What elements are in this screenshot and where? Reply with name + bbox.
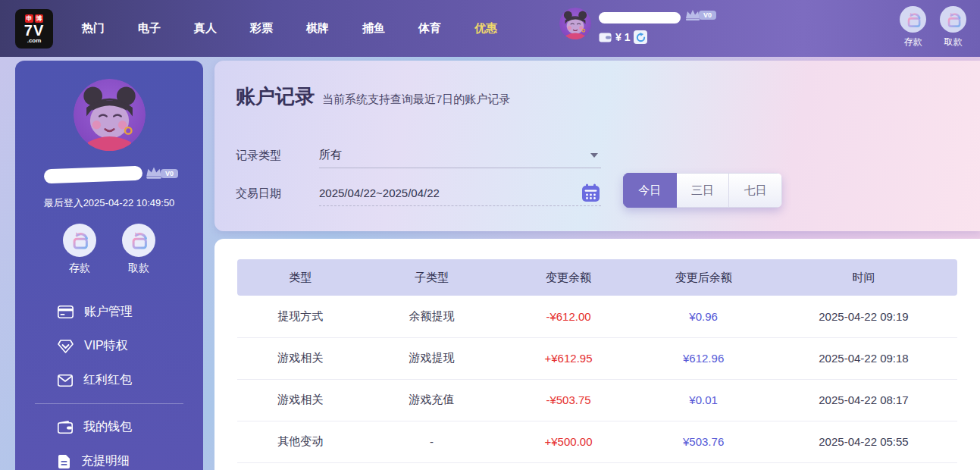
sidebar-item-deposit-withdraw-details[interactable]: 充提明细 <box>15 444 203 470</box>
user-avatar[interactable] <box>559 8 591 39</box>
menu-label: 充提明细 <box>81 453 130 469</box>
refresh-balance-button[interactable] <box>634 30 647 44</box>
cell-time: 2025-04-22 08:17 <box>770 379 957 421</box>
cell-type: 游戏相关 <box>237 337 363 379</box>
top-nav-bar: 申 博 7V .com 热门 电子 真人 彩票 棋牌 捕鱼 体育 优惠 V0 <box>0 0 980 57</box>
range-button-3days[interactable]: 三日 <box>677 173 730 208</box>
date-range-row: 交易日期 2025/04/22~2025/04/22 <box>236 180 601 206</box>
sidebar-user-row: V0 <box>33 164 185 184</box>
nav-item-cards[interactable]: 棋牌 <box>306 21 329 36</box>
records-table-panel: 类型 子类型 变更余额 变更后余额 时间 提现方式 余额提现 -¥612.00 … <box>214 239 980 470</box>
deposit-button-top[interactable]: 存款 <box>900 6 926 49</box>
date-range-value: 2025/04/22~2025/04/22 <box>319 186 440 199</box>
nav-item-sports[interactable]: 体育 <box>418 21 441 36</box>
sidebar-menu: 账户管理 VIP特权 红利红包 <box>15 295 203 470</box>
col-header-time: 时间 <box>770 259 957 296</box>
record-type-label: 记录类型 <box>236 149 319 163</box>
sidebar-item-bonus-redpacket[interactable]: 红利红包 <box>15 363 203 397</box>
col-header-type: 类型 <box>237 259 363 296</box>
deposit-button-sidebar[interactable]: 存款 <box>63 224 96 275</box>
col-header-change: 变更余额 <box>500 259 637 296</box>
username-redacted <box>599 12 681 24</box>
username-redacted <box>44 166 143 184</box>
withdraw-button-sidebar[interactable]: 取款 <box>122 224 155 275</box>
avatar-image <box>559 8 591 39</box>
nav-item-live[interactable]: 真人 <box>194 21 217 36</box>
balance-amount: ¥ 1 <box>615 31 630 43</box>
sidebar-item-account-management[interactable]: 账户管理 <box>15 295 203 329</box>
date-range-input[interactable]: 2025/04/22~2025/04/22 <box>319 180 601 206</box>
deposit-label: 存款 <box>904 36 922 49</box>
col-header-balance-after: 变更后余额 <box>637 259 770 296</box>
cell-change-amount: +¥500.00 <box>500 421 637 462</box>
account-records-panel: 账户记录 当前系统支持查询最近7日的账户记录 记录类型 所有 交易日期 2025… <box>214 61 980 231</box>
logo-badge-text: 博 <box>35 14 43 23</box>
wallet-icon <box>599 33 612 42</box>
cell-balance-after: ¥503.76 <box>637 421 770 462</box>
cell-change-amount: -¥612.00 <box>500 296 637 337</box>
title-row: 账户记录 当前系统支持查询最近7日的账户记录 <box>214 61 980 110</box>
vip-level: V0 <box>144 164 178 180</box>
table-row: 游戏相关 游戏提现 +¥612.95 ¥612.96 2025-04-22 09… <box>237 337 957 379</box>
menu-label: 红利红包 <box>83 372 132 388</box>
logo-badges: 申 博 <box>25 14 43 23</box>
deposit-icon <box>903 11 923 29</box>
cell-type: 游戏相关 <box>237 379 363 421</box>
site-logo[interactable]: 申 博 7V .com <box>15 9 53 49</box>
records-table: 类型 子类型 变更余额 变更后余额 时间 提现方式 余额提现 -¥612.00 … <box>237 259 957 463</box>
sidebar-item-vip-privileges[interactable]: VIP特权 <box>15 329 203 363</box>
nav-item-promos[interactable]: 优惠 <box>474 21 497 36</box>
cell-change-amount: +¥612.95 <box>500 337 637 379</box>
logo-main-text: 7V <box>24 23 44 38</box>
cell-subtype: - <box>363 421 500 462</box>
withdraw-button-top[interactable]: 取款 <box>940 6 966 49</box>
deposit-icon <box>68 230 91 251</box>
calendar-picker-button[interactable] <box>581 183 601 206</box>
date-range-label: 交易日期 <box>236 186 319 201</box>
record-type-row: 记录类型 所有 <box>236 143 601 168</box>
deposit-label: 存款 <box>69 262 90 275</box>
range-button-today[interactable]: 今日 <box>623 173 677 208</box>
cell-balance-after: ¥612.96 <box>637 337 770 379</box>
chevron-down-icon <box>590 153 598 158</box>
vip-gem-icon <box>58 340 74 353</box>
cell-balance-after: ¥0.01 <box>637 379 770 421</box>
page: 申 博 7V .com 热门 电子 真人 彩票 棋牌 捕鱼 体育 优惠 V0 <box>0 0 980 470</box>
withdraw-label: 取款 <box>944 36 963 49</box>
withdraw-icon <box>127 230 150 251</box>
cell-change-amount: -¥503.75 <box>500 379 637 421</box>
cell-type: 其他变动 <box>237 421 363 462</box>
nav-item-slots[interactable]: 电子 <box>138 21 161 36</box>
menu-label: 账户管理 <box>84 304 133 320</box>
menu-label: 我的钱包 <box>83 419 132 435</box>
nav-item-fishing[interactable]: 捕鱼 <box>362 21 385 36</box>
calendar-icon <box>581 183 601 203</box>
cell-subtype: 游戏充值 <box>363 379 500 421</box>
sidebar-item-my-wallet[interactable]: 我的钱包 <box>15 410 203 444</box>
vip-badge: V0 <box>161 169 178 178</box>
last-login-text: 最后登入2025-04-22 10:49:50 <box>44 196 175 210</box>
table-row: 游戏相关 游戏充值 -¥503.75 ¥0.01 2025-04-22 08:1… <box>237 379 957 421</box>
cell-subtype: 游戏提现 <box>363 337 500 379</box>
cell-time: 2025-04-22 09:18 <box>770 337 957 379</box>
main-nav: 热门 电子 真人 彩票 棋牌 捕鱼 体育 优惠 <box>82 21 497 36</box>
cell-time: 2025-04-22 09:19 <box>770 296 957 337</box>
vip-level: V0 <box>684 8 716 21</box>
sidebar-quick-actions: 存款 取款 <box>63 224 155 275</box>
range-button-7days[interactable]: 七日 <box>729 173 782 208</box>
cell-type: 提现方式 <box>237 296 363 337</box>
withdraw-icon <box>944 11 963 29</box>
col-header-subtype: 子类型 <box>363 259 500 296</box>
balance-row: ¥ 1 <box>599 30 647 44</box>
date-range-quick-buttons: 今日 三日 七日 <box>623 173 782 208</box>
nav-item-lottery[interactable]: 彩票 <box>250 21 273 36</box>
bank-card-icon <box>58 306 74 318</box>
vip-badge: V0 <box>699 11 716 20</box>
red-packet-icon <box>58 374 73 387</box>
nav-item-hot[interactable]: 热门 <box>82 21 105 36</box>
record-type-select[interactable]: 所有 <box>319 143 601 168</box>
menu-label: VIP特权 <box>84 338 128 354</box>
avatar-image <box>74 79 146 151</box>
table-header-row: 类型 子类型 变更余额 变更后余额 时间 <box>237 259 957 296</box>
table-row: 其他变动 - +¥500.00 ¥503.76 2025-04-22 05:55 <box>237 421 957 462</box>
